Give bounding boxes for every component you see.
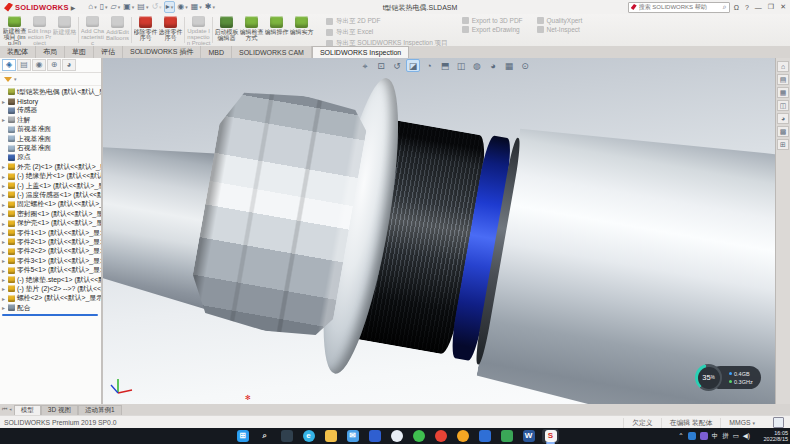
word-button[interactable]: W <box>520 429 537 443</box>
scenes-tab[interactable]: ▩ <box>777 126 789 137</box>
tree-item[interactable]: ▸ 零件1<1> (默认<<默认>_显示状态 <box>0 228 101 237</box>
browser-colorful-button[interactable] <box>454 429 471 443</box>
select-button[interactable]: ▸ ▾ <box>164 1 176 13</box>
tree-item[interactable]: ▸ 螺栓<2> (默认<<默认>_显示状态 <box>0 294 101 303</box>
ime-language[interactable]: 中 <box>712 432 719 441</box>
new-file-button[interactable]: ▯ ▾ <box>99 1 109 13</box>
file-explorer-button[interactable] <box>322 429 339 443</box>
file-properties-button[interactable]: ▦ ▾ <box>190 1 203 13</box>
search-input[interactable] <box>639 3 721 11</box>
tree-item[interactable]: ▸ 注解 <box>0 115 101 124</box>
model-tab[interactable]: 模型 <box>14 405 41 415</box>
ime-mode[interactable]: 拼 <box>722 432 729 441</box>
tree-item[interactable]: ▸ 零件5<1> (默认<<默认>_显示状态 <box>0 265 101 274</box>
store-button[interactable] <box>366 429 383 443</box>
apply-scene-icon[interactable]: ▦ <box>502 59 516 72</box>
tray-app-purple[interactable] <box>700 432 708 440</box>
sw-resources-tab[interactable]: ⌂ <box>777 61 789 72</box>
undo-button[interactable]: ↺ ▾ <box>150 1 162 13</box>
tray-app-blue[interactable] <box>688 432 696 440</box>
net-inspect-item[interactable]: Net-Inspect <box>537 26 583 33</box>
configurationmanager-tab[interactable]: ◉ <box>32 59 46 71</box>
chrome-button[interactable] <box>432 429 449 443</box>
mail-button[interactable]: ✉ <box>344 429 361 443</box>
monitor-icon[interactable]: ▭ <box>733 432 739 440</box>
add-characteristic-button[interactable]: Add Characteristic <box>80 14 105 46</box>
tray-chevron[interactable]: ⌃ <box>678 432 683 440</box>
export-3d-pdf-item[interactable]: Export to 3D PDF <box>462 17 523 24</box>
tree-item[interactable]: ▸ 配合 <box>0 303 101 312</box>
tab-sw-inspection[interactable]: SOLIDWORKS Inspection <box>312 46 409 58</box>
model-main-cylinder[interactable] <box>468 81 775 404</box>
remove-balloons-button[interactable]: 移除零件序号 <box>133 14 158 46</box>
custom-properties-tab[interactable]: ⊞ <box>777 139 789 150</box>
tree-item[interactable]: ▸ (-) 垫片 (2)<2> -->? (默认<<默认> <box>0 284 101 293</box>
appearances-tab[interactable]: ◕ <box>777 113 789 124</box>
tab-sketch[interactable]: 草图 <box>65 46 94 58</box>
export-excel-item[interactable]: 导出至 Excel <box>326 28 448 37</box>
wps-button[interactable] <box>498 429 515 443</box>
restore-button[interactable]: ❐ <box>768 3 774 11</box>
new-inspection-project-button[interactable]: 新建检查项目 (imp.问) <box>2 14 27 46</box>
edit-operations-button[interactable]: 编辑操作 <box>264 14 289 46</box>
minimize-button[interactable]: — <box>755 4 762 11</box>
tab-mbd[interactable]: MBD <box>201 46 232 58</box>
close-button[interactable]: ✕ <box>780 3 786 11</box>
login-user-icon[interactable]: Ω <box>734 4 739 11</box>
tree-item[interactable]: ▸ 外壳 (2)<1> (默认<<默认>_显示状 <box>0 162 101 171</box>
tree-item[interactable]: ▸ (-) 上盖<1> (默认<<默认>_显示状 <box>0 181 101 190</box>
view-palette-tab[interactable]: ◫ <box>777 100 789 111</box>
graphics-viewport[interactable]: ⌖ ⊡ ↺ ◪ ◔ ⬒ ◫ ◍ ◕ ▦ ⊙ <box>103 58 775 404</box>
volume-icon[interactable]: ◀) <box>743 432 750 440</box>
save-button[interactable]: ▣ ▾ <box>122 1 135 13</box>
qualityxpert-item[interactable]: QualityXpert <box>537 17 583 24</box>
solidworks-app-button[interactable]: S <box>542 429 559 443</box>
design-library-tab[interactable]: ▤ <box>777 74 789 85</box>
previous-view-icon[interactable]: ↺ <box>390 59 404 72</box>
tree-item[interactable]: ▸ 保护壳<1> (默认<<默认>_显示状 <box>0 218 101 227</box>
view-settings-icon[interactable]: ⊙ <box>518 59 532 72</box>
edit-shi-fang-button[interactable]: 编辑实方 <box>289 14 314 46</box>
performance-overlay[interactable]: 0.4GB 0.3GHz 35% <box>695 364 761 391</box>
file-explorer-tab[interactable]: ▦ <box>777 87 789 98</box>
tree-item[interactable]: ▸ 右视基准面 <box>0 143 101 152</box>
tree-item[interactable]: ▸ 零件2<2> (默认<<默认>_显示状态 <box>0 247 101 256</box>
tree-item[interactable]: ▸ 固定螺栓<1> (默认<<默认>_显示 <box>0 200 101 209</box>
tree-item[interactable]: ▸ 前视基准面 <box>0 125 101 134</box>
dynamic-annotation-icon[interactable]: ◔ <box>422 59 436 72</box>
select-balloons-button[interactable]: 选择零件序号 <box>158 14 183 46</box>
3d-views-tab[interactable]: 3D 视图 <box>41 405 78 415</box>
search-icon[interactable]: ⌕ <box>723 3 727 11</box>
help-search-box[interactable]: ⌕ <box>628 2 730 13</box>
featuremanager-tree-tab[interactable]: ◈ <box>2 59 16 71</box>
help-button[interactable]: ? <box>745 4 749 11</box>
edit-appearance-icon[interactable]: ◕ <box>486 59 500 72</box>
print-button[interactable]: ▤ ▾ <box>136 1 149 13</box>
section-view-icon[interactable]: ◪ <box>406 59 420 72</box>
options-button[interactable]: ✱ ▾ <box>204 1 216 13</box>
dictionary-button[interactable] <box>476 429 493 443</box>
tree-item[interactable]: ▸ (-) 温度传感器<1> (默认<<默认>_ <box>0 190 101 199</box>
tab-sw-cam[interactable]: SOLIDWORKS CAM <box>232 46 312 58</box>
dimxpertmanager-tab[interactable]: ⊕ <box>47 59 61 71</box>
zoom-area-icon[interactable]: ⊡ <box>374 59 388 72</box>
tree-filter-row[interactable]: ▾ <box>0 73 101 86</box>
solidworks-logo[interactable]: SOLIDWORKS ▶ <box>0 3 79 12</box>
start-button[interactable]: ⊞ <box>234 429 251 443</box>
tree-item[interactable]: ▸ 密封圈<1> (默认<<默认>_显示状 <box>0 209 101 218</box>
tab-evaluate[interactable]: 评估 <box>94 46 123 58</box>
task-view-button[interactable] <box>278 429 295 443</box>
rebuild-button[interactable]: ◉ ▾ <box>176 1 189 13</box>
taskbar-clock[interactable]: 16:05 2022/8/15 <box>764 430 788 443</box>
open-file-button[interactable]: ▱ ▾ <box>110 1 122 13</box>
view-orientation-icon[interactable]: ⬒ <box>438 59 452 72</box>
tab-scroll-left-icon[interactable]: ⏮ ◂ <box>0 404 14 415</box>
tree-item[interactable]: ▸ 零件2<1> (默认<<默认>_显示状态 <box>0 237 101 246</box>
edit-inspection-methods-button[interactable]: 编辑检查方式 <box>239 14 264 46</box>
tree-item[interactable]: ▸ 原点 <box>0 153 101 162</box>
tree-item[interactable]: ▸ 上视基准面 <box>0 134 101 143</box>
custom-properties-tag-icon[interactable] <box>773 417 784 428</box>
edge-button[interactable]: e <box>300 429 317 443</box>
filter-funnel-icon[interactable] <box>4 77 12 82</box>
tree-item[interactable]: ▸ t型铠装热电偶 (默认<默认_显示状态-1 <box>0 87 101 96</box>
